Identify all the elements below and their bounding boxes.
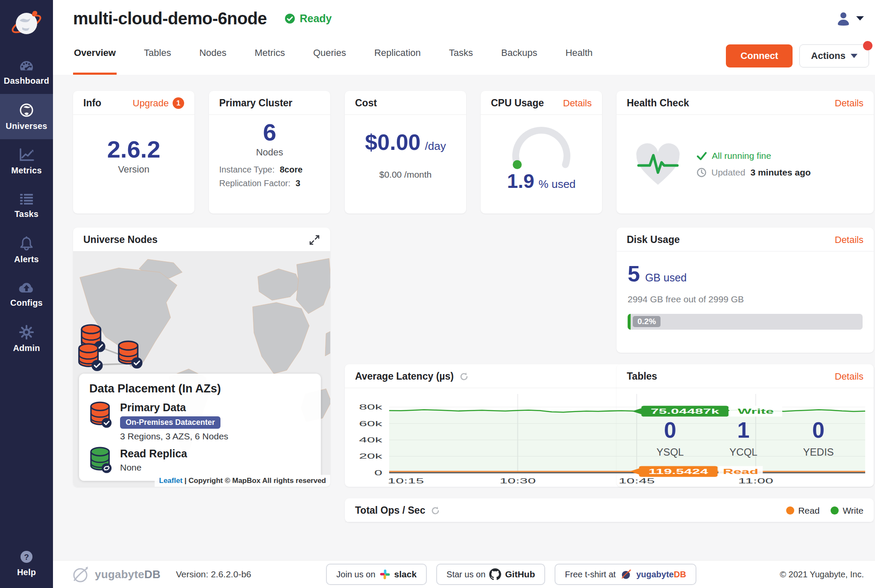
tshirt-button[interactable]: Free t-shirt at yugabyteDB xyxy=(555,564,696,585)
tab-tasks[interactable]: Tasks xyxy=(448,47,474,75)
tshirt-pre-text: Free t-shirt at xyxy=(565,570,616,579)
health-details-link[interactable]: Details xyxy=(835,98,863,109)
alerts-icon xyxy=(20,236,33,251)
sidebar-item-help[interactable]: ? Help xyxy=(0,541,53,585)
health-check-card: Health Check Details All ru xyxy=(617,91,874,214)
sidebar-item-configs[interactable]: Configs xyxy=(0,272,53,316)
primary-data-detail: 3 Regions, 3 AZS, 6 Nodes xyxy=(120,431,228,442)
actions-button[interactable]: Actions xyxy=(799,44,869,67)
help-icon: ? xyxy=(20,550,33,564)
disk-usage-card: Disk Usage Details 5 GB used 2994 GB fre… xyxy=(617,228,874,353)
read-replica-row: Read Replica None xyxy=(89,447,311,473)
connect-button[interactable]: Connect xyxy=(726,44,793,67)
nodes-count: 6 xyxy=(263,120,276,145)
tab-health[interactable]: Health xyxy=(564,47,593,75)
tab-bar: Overview Tables Nodes Metrics Queries Re… xyxy=(73,37,593,75)
user-menu[interactable] xyxy=(836,11,864,26)
dashboard-icon xyxy=(19,59,34,72)
world-map[interactable]: Data Placement (In AZs) xyxy=(73,252,330,487)
sidebar-item-label: Tasks xyxy=(15,209,38,219)
configs-icon xyxy=(18,281,35,294)
read-replica-title: Read Replica xyxy=(120,448,187,460)
footer-version: Version: 2.6.2.0-b6 xyxy=(176,569,251,579)
sidebar-item-admin[interactable]: Admin xyxy=(0,316,53,361)
total-ops-card: Total Ops / Sec Read Write 020040060010:… xyxy=(345,498,874,522)
card-title: Cost xyxy=(355,97,377,109)
tab-metrics[interactable]: Metrics xyxy=(254,47,286,75)
disk-usage-fill xyxy=(628,314,631,330)
write-legend-dot xyxy=(831,506,839,515)
legend-write: Write xyxy=(831,506,863,516)
upgrade-count-badge: 1 xyxy=(173,97,184,109)
yugabyte-footer-logo xyxy=(70,564,91,585)
sidebar-item-alerts[interactable]: Alerts xyxy=(0,227,53,272)
slack-button[interactable]: Join us on slack xyxy=(326,564,427,585)
count-value: 1 xyxy=(737,417,750,443)
cpu-usage-card: CPU Usage Details 1.9 % used xyxy=(481,91,602,214)
app-window: Dashboard Universes Metrics Tasks xyxy=(0,0,875,588)
tshirt-brand: yugabyteDB xyxy=(636,570,686,579)
tables-details-link[interactable]: Details xyxy=(835,371,863,382)
tab-nodes[interactable]: Nodes xyxy=(198,47,227,75)
expand-icon[interactable] xyxy=(309,234,320,246)
svg-text:10:15: 10:15 xyxy=(388,477,424,485)
tab-tables[interactable]: Tables xyxy=(143,47,172,75)
brand-name: yugabyteDB xyxy=(95,568,161,581)
ysql-count: 0 YSQL xyxy=(656,417,684,458)
ready-check-icon xyxy=(285,13,295,24)
github-button[interactable]: Star us on GitHub xyxy=(436,564,545,585)
disk-details-link[interactable]: Details xyxy=(835,234,863,246)
sidebar-item-universes[interactable]: Universes xyxy=(0,94,53,139)
card-title: CPU Usage xyxy=(491,97,544,109)
leaflet-link[interactable]: Leaflet xyxy=(159,477,182,485)
universes-icon xyxy=(19,103,34,117)
cost-day-unit: /day xyxy=(425,140,446,153)
cost-per-day: $0.00 xyxy=(365,129,420,155)
footer: yugabyteDB Version: 2.6.2.0-b6 Join us o… xyxy=(53,561,875,588)
admin-icon xyxy=(19,325,34,339)
github-icon xyxy=(489,568,501,580)
slack-pre-text: Join us on xyxy=(336,570,375,579)
updated-label: Updated xyxy=(711,167,745,178)
replica-db-icon xyxy=(89,447,112,473)
primary-db-icon xyxy=(89,401,112,428)
sidebar-item-dashboard[interactable]: Dashboard xyxy=(0,50,53,94)
github-pre-text: Star us on xyxy=(446,570,485,579)
metrics-icon xyxy=(19,148,34,162)
cpu-details-link[interactable]: Details xyxy=(563,98,592,109)
svg-text:40k: 40k xyxy=(359,436,383,444)
replication-factor-row: Replication Factor: 3 xyxy=(219,178,320,188)
cpu-percent: 1.9 xyxy=(507,170,534,193)
refresh-icon[interactable] xyxy=(430,506,440,516)
upgrade-link[interactable]: Upgrade 1 xyxy=(133,97,184,109)
clock-icon xyxy=(697,168,706,177)
disk-usage-bar: 0.2% xyxy=(628,314,863,330)
tab-overview[interactable]: Overview xyxy=(73,47,117,75)
heart-icon xyxy=(632,141,684,188)
footer-brand: yugabyteDB xyxy=(70,564,161,585)
cost-per-month: $0.00 /month xyxy=(345,170,466,180)
sidebar-item-tasks[interactable]: Tasks xyxy=(0,184,53,227)
legend-read: Read xyxy=(786,506,819,516)
svg-text:0: 0 xyxy=(374,469,382,477)
card-title: Disk Usage xyxy=(627,234,680,246)
card-title: Total Ops / Sec xyxy=(355,505,425,516)
tab-queries[interactable]: Queries xyxy=(312,47,347,75)
tab-replication[interactable]: Replication xyxy=(373,47,422,75)
yugabyte-logo[interactable] xyxy=(0,0,53,50)
yedis-count: 0 YEDIS xyxy=(803,417,834,458)
instance-type-row: Instance Type: 8core xyxy=(219,165,320,175)
tab-backups[interactable]: Backups xyxy=(500,47,538,75)
tables-card: Tables Details 0 YSQL 1 YCQL xyxy=(617,364,874,487)
sidebar-item-label: Admin xyxy=(13,343,40,353)
svg-text:?: ? xyxy=(24,553,29,562)
slack-icon xyxy=(379,569,391,580)
attribution-text: | Copyright © MapBox All rights reserved xyxy=(182,477,326,485)
sidebar-item-metrics[interactable]: Metrics xyxy=(0,139,53,184)
ycql-count: 1 YCQL xyxy=(729,417,757,458)
card-title: Health Check xyxy=(627,97,689,109)
refresh-icon[interactable] xyxy=(459,372,469,382)
primary-cluster-card: Primary Cluster 6 Nodes Instance Type: 8… xyxy=(209,91,330,214)
sidebar-nav: Dashboard Universes Metrics Tasks xyxy=(0,50,53,361)
count-label: YSQL xyxy=(656,446,684,458)
